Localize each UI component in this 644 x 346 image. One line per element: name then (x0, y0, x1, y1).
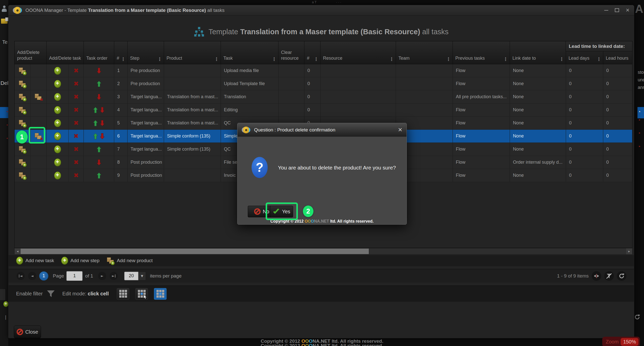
edit-mode-click-cell-button[interactable] (135, 288, 148, 300)
cell-clear-resource[interactable] (278, 77, 304, 90)
add-task-icon[interactable] (54, 158, 61, 166)
edit-mode-grid-button[interactable] (117, 288, 129, 300)
cell-previous-tasks[interactable]: Flow (453, 64, 510, 77)
add-product-icon[interactable] (18, 146, 26, 153)
cell-link-date-to[interactable]: None (510, 64, 566, 77)
column-menu-icon[interactable]: ⋮ (157, 57, 162, 61)
current-page-badge[interactable]: 1 (39, 271, 48, 281)
scrollbar-thumb[interactable] (21, 249, 369, 254)
cell-team[interactable] (396, 64, 453, 77)
move-down-icon[interactable] (100, 120, 105, 126)
cell-product[interactable]: Simple conform (135) (164, 143, 221, 156)
horizontal-scrollbar[interactable]: ◄ ► (14, 248, 632, 255)
page-number-input[interactable] (66, 271, 83, 281)
cell-lead-hours[interactable]: 0 (603, 143, 633, 156)
col-header-resource[interactable]: Resource⋮ (320, 41, 396, 64)
column-menu-icon[interactable]: ⋮ (272, 57, 276, 61)
cell-step[interactable]: Target langua... (127, 103, 164, 116)
add-task-icon[interactable] (54, 67, 61, 75)
cell-lead-hours[interactable]: 0 (603, 169, 633, 182)
cell-resource-count[interactable]: 0 (304, 90, 320, 103)
add-product-icon[interactable] (18, 119, 26, 127)
cell-previous-tasks[interactable]: Flow (453, 143, 510, 156)
cell-task[interactable]: Editing (221, 103, 278, 116)
cell-number[interactable]: 2 (114, 77, 127, 90)
scroll-right-icon[interactable]: ► (626, 248, 632, 254)
cell-product[interactable] (164, 156, 221, 169)
clear-filter-icon[interactable] (604, 271, 614, 281)
delete-task-icon[interactable] (73, 133, 79, 139)
cell-product[interactable] (164, 77, 221, 90)
column-menu-icon[interactable]: ⋮ (503, 57, 508, 61)
cell-link-date-to[interactable]: None (510, 169, 566, 182)
cell-lead-hours[interactable]: 0 (603, 77, 633, 90)
cell-step[interactable]: Target langua... (127, 143, 164, 156)
add-new-step-button[interactable]: Add new step (61, 257, 99, 265)
next-page-button[interactable]: ► (98, 271, 107, 281)
move-up-icon[interactable] (97, 146, 101, 153)
cell-lead-hours[interactable]: 0 (603, 117, 633, 129)
add-product-icon[interactable] (18, 80, 26, 88)
add-task-icon[interactable] (54, 132, 61, 140)
filter-funnel-icon[interactable] (47, 290, 55, 298)
cell-number[interactable]: 8 (114, 156, 127, 169)
cell-step[interactable]: Post production (127, 169, 164, 182)
col-header-task[interactable]: Task⋮ (221, 41, 278, 64)
cell-link-date-to[interactable]: None (510, 90, 566, 103)
add-product-icon[interactable] (18, 93, 26, 101)
cell-step[interactable]: Pre production (127, 77, 164, 90)
cell-link-date-to[interactable]: None (510, 103, 566, 116)
add-product-icon[interactable] (18, 106, 26, 114)
cell-clear-resource[interactable] (278, 103, 304, 116)
col-header-add-delete-task[interactable]: Add/Delete task (46, 41, 84, 64)
cell-product[interactable]: Translation from a mast... (164, 90, 221, 103)
move-up-icon[interactable] (93, 120, 98, 126)
move-down-icon[interactable] (97, 67, 101, 74)
cell-link-date-to[interactable]: None (510, 143, 566, 156)
cell-lead-days[interactable]: 0 (566, 156, 603, 169)
add-task-icon[interactable] (54, 80, 61, 88)
col-header-resource-count[interactable]: #⋮ (304, 41, 320, 64)
delete-task-icon[interactable] (73, 81, 79, 87)
column-menu-icon[interactable]: ⋮ (559, 57, 564, 61)
maximize-button[interactable] (615, 8, 619, 12)
delete-task-icon[interactable] (73, 107, 79, 113)
move-up-icon[interactable] (93, 107, 98, 113)
cell-task[interactable]: Upload media file (221, 64, 278, 77)
cell-lead-hours[interactable]: 0 (603, 90, 633, 103)
cell-step[interactable]: Target langua... (127, 130, 164, 143)
cell-lead-hours[interactable]: 0 (603, 130, 633, 143)
move-down-icon[interactable] (100, 133, 105, 140)
delete-task-icon[interactable] (73, 146, 79, 152)
first-page-button[interactable]: ◄ (16, 271, 25, 281)
add-new-product-button[interactable]: Add new product (106, 257, 153, 264)
cell-link-date-to[interactable]: None (510, 117, 566, 129)
cell-clear-resource[interactable] (278, 64, 304, 77)
move-down-icon[interactable] (100, 107, 105, 113)
cell-lead-hours[interactable]: 0 (603, 156, 633, 169)
move-up-icon[interactable] (97, 81, 101, 87)
col-header-clear-resource[interactable]: Clear resource (278, 41, 304, 64)
column-menu-icon[interactable]: ⋮ (446, 57, 451, 61)
move-up-icon[interactable] (93, 133, 98, 140)
add-task-icon[interactable] (54, 93, 61, 101)
move-down-icon[interactable] (97, 94, 101, 100)
add-task-icon[interactable] (54, 171, 61, 180)
cell-previous-tasks[interactable]: Flow (453, 130, 510, 143)
cell-resource[interactable] (320, 90, 396, 103)
cell-product[interactable]: Simple conform (135) (164, 130, 221, 143)
delete-task-icon[interactable] (73, 67, 79, 74)
delete-product-icon[interactable] (34, 93, 42, 101)
cell-lead-days[interactable]: 0 (566, 64, 603, 77)
cell-step[interactable]: Pre production (127, 64, 164, 77)
add-task-icon[interactable] (54, 119, 61, 127)
cell-step[interactable]: Target langua... (127, 90, 164, 103)
add-task-icon[interactable] (54, 106, 61, 114)
cell-previous-tasks[interactable]: Flow (453, 156, 510, 169)
cell-lead-days[interactable]: 0 (566, 77, 603, 90)
add-new-task-button[interactable]: Add new task (16, 257, 54, 265)
cell-team[interactable] (396, 90, 453, 103)
table-row[interactable]: 1 Pre production Upload media file 0 Flo… (15, 64, 632, 77)
cell-number[interactable]: 1 (114, 64, 127, 77)
cell-lead-hours[interactable]: 0 (603, 103, 633, 116)
